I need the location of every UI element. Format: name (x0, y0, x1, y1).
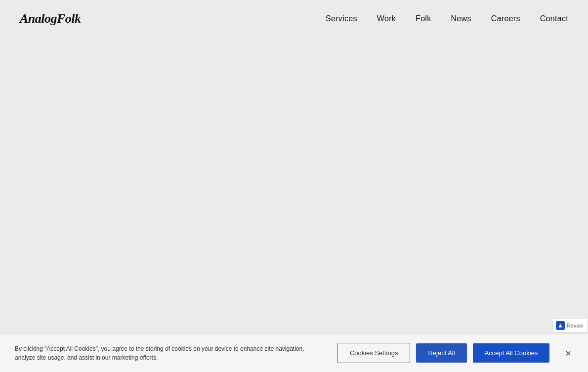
reject-all-button[interactable]: Reject All (416, 343, 466, 363)
cookie-buttons: Cookies Settings Reject All Accept All C… (337, 343, 573, 363)
cookie-text: By clicking "Accept All Cookies", you ag… (15, 344, 321, 362)
nav-item-folk[interactable]: Folk (416, 14, 431, 23)
logo[interactable]: AnalogFolk (20, 11, 81, 26)
revain-badge: Revain (552, 319, 588, 332)
accept-all-cookies-button[interactable]: Accept All Cookies (473, 343, 550, 363)
cookies-settings-button[interactable]: Cookies Settings (337, 343, 411, 363)
nav-item-news[interactable]: News (451, 14, 471, 23)
cookie-banner: By clicking "Accept All Cookies", you ag… (0, 333, 588, 372)
main-content (0, 0, 588, 372)
header: AnalogFolk Services Work Folk News Caree… (0, 0, 588, 37)
main-nav: Services Work Folk News Careers Contact (326, 14, 568, 23)
cookie-close-button[interactable]: × (563, 346, 573, 360)
nav-item-careers[interactable]: Careers (491, 14, 520, 23)
revain-icon (556, 321, 565, 330)
nav-item-contact[interactable]: Contact (540, 14, 568, 23)
nav-item-work[interactable]: Work (377, 14, 396, 23)
revain-label: Revain (567, 323, 584, 329)
nav-item-services[interactable]: Services (326, 14, 357, 23)
